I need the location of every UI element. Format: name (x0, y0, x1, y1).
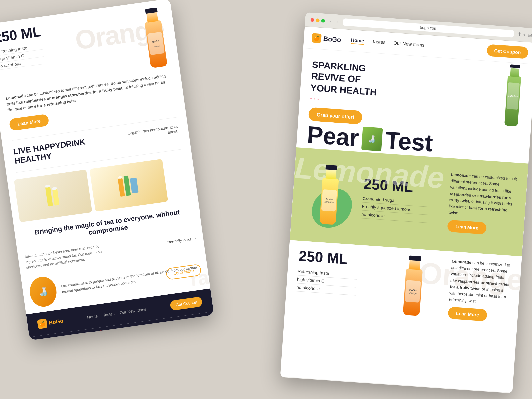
orange-left: 250 ML Refreshing taste high vitamin C n… (296, 247, 399, 298)
maximize-window-icon[interactable] (321, 19, 325, 23)
logo-icon: 🍊 (312, 33, 322, 43)
orange-ml: 250 ML (298, 247, 399, 271)
svg-rect-0 (45, 186, 53, 207)
close-window-icon[interactable] (310, 18, 314, 22)
left-drink-image-2 (89, 159, 168, 212)
left-drink-image-1-inner (14, 170, 92, 222)
browser-share-btn[interactable]: ⬆ (517, 32, 521, 37)
right-browser-panel: ‹ › bogo.com ⬆ + ⊞ 🍊 BoGo Home Tastes Ou… (280, 12, 532, 393)
footer-nav-new-items[interactable]: Our New Items (119, 307, 146, 315)
orange-section: Orange 250 ML Refreshing taste high vita… (284, 240, 522, 342)
left-lean-more-btn[interactable]: Lean More (9, 114, 49, 131)
lemonade-lean-more-btn[interactable]: Lean More (447, 220, 487, 235)
browser-traffic-lights (310, 18, 325, 23)
browser-back-btn[interactable]: ‹ (328, 18, 333, 25)
footer-logo-icon: 🍊 (37, 318, 48, 329)
nav-links: Home Tastes Our New Items (351, 37, 477, 53)
lemonade-features: Granulated sugar Freshly squeezed lemons… (361, 195, 442, 224)
hand-bottle-icon: 🍶 (28, 275, 59, 308)
minimize-window-icon[interactable] (316, 18, 320, 22)
browser-navigation: ‹ › (328, 18, 340, 25)
left-drink-image-1 (14, 170, 92, 222)
bottle-inline-icon: 🍶 (368, 135, 377, 143)
orange-bottle: BoGo Orange (401, 255, 425, 316)
hero-title-line2: REVIVE OF (311, 71, 361, 85)
left-drink-image-2-inner (89, 159, 168, 212)
normally-looks-text: Normally looks (167, 237, 191, 244)
svg-rect-5 (123, 175, 131, 196)
lemon-bottle-product: Lemonade (324, 200, 335, 203)
lemonade-bottle-area: BoGo Lemonade (301, 163, 358, 226)
orange-bottle-product: Orange (409, 291, 417, 294)
svg-rect-4 (118, 178, 125, 197)
footer-nav-tastes[interactable]: Tastes (103, 311, 115, 318)
pear-text: Pear (306, 121, 360, 152)
left-organic-text: Organic raw kombucha at its finest. (118, 124, 179, 142)
drinks-illustration-1 (38, 178, 68, 214)
nav-new-items[interactable]: Our New Items (393, 40, 425, 49)
lemonade-desc-strong: Lemonade (451, 172, 471, 178)
lemonade-desc: Lemonade can be customized to suit diffe… (448, 172, 518, 221)
hero-bottle-container: BoGo Pear (503, 59, 529, 128)
pear-bottle-inline: 🍶 (361, 127, 383, 151)
orange-lean-more-btn[interactable]: Lean More (448, 307, 487, 321)
arrow-icon: → (193, 236, 197, 240)
get-coupon-btn[interactable]: Get Coupon (486, 44, 528, 59)
browser-forward-btn[interactable]: › (335, 18, 340, 25)
orange-features: Refreshing taste high vitamin C no-alcoh… (296, 267, 397, 298)
drinks-illustration-2 (113, 167, 144, 203)
left-commitment-text: Our commitment to people and planet is a… (61, 264, 202, 295)
left-footer-nav: Home Tastes Our New Items (87, 307, 147, 320)
left-footer-logo: 🍊 BoGo (37, 316, 64, 329)
browser-actions: ⬆ + ⊞ (517, 32, 532, 38)
footer-get-coupon-btn[interactable]: Get Coupon (170, 296, 203, 311)
test-text: Test (384, 126, 434, 157)
bottle-brand-label: BoGo (508, 94, 514, 97)
nav-tastes[interactable]: Tastes (372, 39, 386, 46)
left-mobile-panel: 250 ML Refreshing taste high vitamin C n… (0, 0, 214, 340)
nav-logo[interactable]: 🍊 BoGo (312, 33, 341, 44)
brand-name: BoGo (323, 35, 341, 44)
bottle-product-label: Pear (514, 95, 518, 97)
svg-rect-1 (52, 189, 60, 206)
orange-bottle-area: BoGo Orange (401, 255, 445, 319)
lemon-bottle: BoGo Lemonade (318, 164, 341, 225)
svg-rect-6 (130, 178, 139, 193)
hero-title-line3: YOUR HEALTH (310, 83, 377, 98)
pear-bottle: BoGo Pear (503, 59, 529, 127)
lemonade-section: Lemonade BoGo Lemonade (290, 147, 528, 256)
nav-home[interactable]: Home (351, 37, 364, 45)
browser-sidebar-btn[interactable]: ⊞ (528, 32, 532, 38)
left-orange-bottle: BoGoOrange (141, 7, 169, 69)
footer-brand-name: BoGo (48, 318, 64, 326)
browser-new-tab-btn[interactable]: + (523, 32, 526, 38)
lemonade-right: Lemonade can be customized to suit diffe… (447, 172, 518, 239)
footer-nav-home[interactable]: Home (87, 314, 98, 320)
website-content: 🍊 BoGo Home Tastes Our New Items Get Cou… (280, 27, 532, 393)
